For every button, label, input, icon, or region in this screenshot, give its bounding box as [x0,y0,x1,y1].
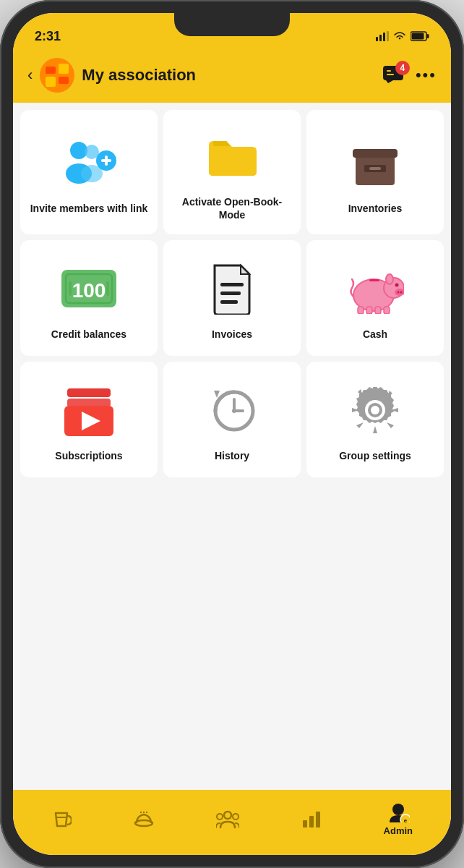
grid-item-cash[interactable]: Cash [306,240,444,356]
svg-point-64 [217,814,223,820]
svg-text:100: 100 [72,279,106,302]
grid-item-group-settings[interactable]: Group settings [306,362,444,477]
content-area: Invite members with link Activate Open- [13,103,451,790]
svg-rect-9 [59,64,69,74]
credit-balances-label: Credit balances [51,328,126,341]
folder-icon [203,127,261,185]
bottom-nav: e Admin [13,790,451,855]
wifi-icon [393,31,406,41]
grid-item-subscriptions[interactable]: Subscriptions [20,362,158,477]
nav-item-admin[interactable]: e Admin [375,798,421,841]
svg-rect-23 [353,149,398,158]
svg-rect-6 [412,33,424,40]
group-icon [216,809,239,829]
svg-rect-29 [69,281,72,296]
svg-rect-0 [376,37,378,41]
phone-frame: 2:31 [0,0,464,868]
svg-point-63 [224,812,231,819]
cup-icon [51,809,72,829]
svg-point-65 [233,814,239,820]
bar-chart-icon [301,809,322,829]
nav-item-drinks[interactable] [43,804,80,833]
svg-rect-8 [46,67,56,74]
nav-item-food[interactable] [125,804,163,833]
svg-rect-33 [220,300,238,304]
subscriptions-label: Subscriptions [55,449,122,462]
svg-rect-21 [105,156,108,166]
svg-rect-2 [383,33,385,41]
svg-rect-30 [106,281,109,296]
open-book-label: Activate Open-Book-Mode [172,195,292,221]
svg-rect-68 [316,812,320,827]
invoice-icon [203,260,261,318]
svg-rect-41 [369,279,379,281]
status-time: 2:31 [35,29,61,44]
svg-rect-45 [384,307,390,314]
header-left: ‹ My association [27,58,196,93]
admin-icon-wrapper: e [387,802,410,822]
grid-item-inventories[interactable]: Inventories [306,110,444,234]
nav-item-group[interactable] [207,804,248,833]
phone-screen: 2:31 [13,13,451,855]
grid-item-credit-balances[interactable]: 100 Credit balances [20,240,158,356]
battery-icon [411,31,429,41]
svg-rect-42 [358,307,364,314]
notification-button[interactable]: 4 [382,65,404,85]
invite-icon [60,134,118,192]
box-icon [346,134,404,192]
svg-point-39 [395,284,399,287]
history-icon [203,381,261,439]
food-icon [134,809,154,829]
svg-marker-51 [214,391,220,398]
svg-point-37 [398,292,400,294]
svg-rect-7 [40,58,74,93]
header: ‹ My association [13,52,451,103]
svg-point-57 [371,406,379,414]
more-button[interactable]: ••• [416,66,437,85]
svg-rect-32 [220,292,241,295]
inventories-label: Inventories [348,202,403,215]
status-bar: 2:31 [13,13,451,52]
notch [174,13,290,36]
svg-rect-25 [369,167,381,170]
subscriptions-icon [60,381,118,439]
piggy-icon [346,260,404,318]
notification-badge: 4 [395,61,410,75]
svg-rect-31 [220,283,244,286]
svg-rect-67 [309,816,314,827]
back-button[interactable]: ‹ [27,66,33,85]
header-right: 4 ••• [382,65,437,85]
svg-rect-13 [387,70,391,72]
svg-rect-1 [379,35,382,41]
svg-rect-14 [387,74,394,75]
admin-icon: e [387,802,410,822]
invite-members-label: Invite members with link [30,202,148,215]
svg-point-40 [386,274,393,284]
group-settings-label: Group settings [339,449,411,462]
svg-point-38 [400,292,403,294]
status-icons [376,31,429,41]
svg-point-69 [392,804,404,815]
svg-rect-43 [366,307,372,314]
svg-rect-10 [46,77,56,87]
svg-rect-66 [303,820,307,827]
nav-item-stats[interactable] [293,804,330,833]
menu-grid: Invite members with link Activate Open- [20,110,444,477]
invoices-label: Invoices [212,328,252,341]
svg-rect-5 [427,34,429,38]
hundred-icon: 100 [60,260,118,318]
grid-item-invite-members[interactable]: Invite members with link [20,110,158,234]
svg-rect-3 [387,31,389,41]
grid-item-history[interactable]: History [163,362,301,477]
svg-rect-46 [67,388,111,397]
grid-item-open-book[interactable]: Activate Open-Book-Mode [163,110,301,234]
settings-icon [346,381,404,439]
svg-rect-11 [59,77,69,84]
history-label: History [215,449,249,462]
svg-rect-44 [375,307,381,314]
svg-point-59 [135,820,152,826]
page-title: My association [82,66,196,85]
avatar[interactable] [40,58,74,93]
grid-item-invoices[interactable]: Invoices [163,240,301,356]
signal-icon [376,31,389,41]
